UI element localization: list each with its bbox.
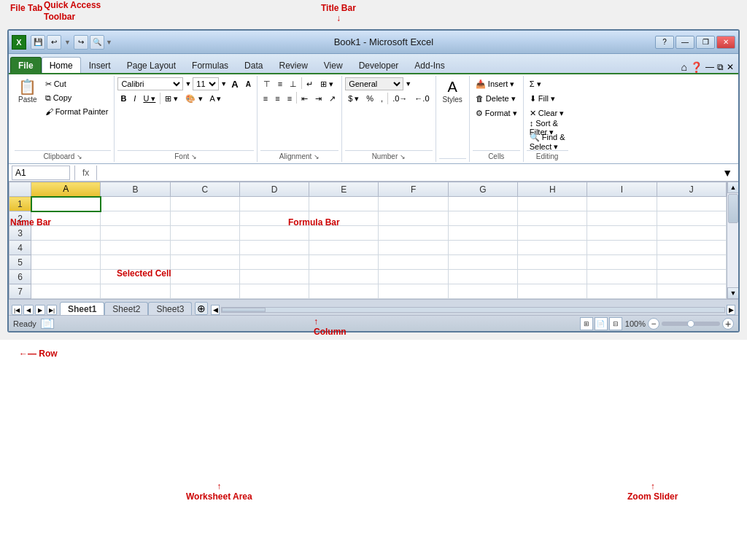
col-header-A[interactable]: A (31, 182, 101, 197)
cell-J6[interactable] (657, 270, 726, 284)
align-center-btn[interactable]: ≡ (272, 92, 282, 105)
format-cells-btn[interactable]: ⚙ Format ▾ (473, 106, 520, 120)
text-orient-btn[interactable]: ↗ (326, 92, 338, 105)
cell-J7[interactable] (657, 284, 726, 299)
align-top-btn[interactable]: ⊤ (260, 77, 274, 90)
sheet-last-btn[interactable]: ▶| (47, 305, 57, 315)
find-select-btn[interactable]: 🔍 Find &Select ▾ (527, 136, 568, 149)
cell-A6[interactable] (31, 270, 101, 284)
font-family-select[interactable]: Calibri (117, 77, 183, 90)
tab-insert[interactable]: Insert (81, 57, 119, 73)
new-sheet-btn[interactable]: ⊕ (195, 302, 208, 315)
underline-button[interactable]: U ▾ (140, 92, 158, 105)
merge-btn[interactable]: ⊞ ▾ (317, 77, 336, 90)
cell-I2[interactable] (587, 211, 657, 226)
border-button[interactable]: ⊞ ▾ (162, 92, 181, 105)
tab-developer[interactable]: Developer (351, 57, 407, 73)
cell-C6[interactable] (170, 270, 239, 284)
hscroll-left-btn[interactable]: ◀ (211, 305, 220, 315)
bold-button[interactable]: B (117, 92, 129, 105)
sheet-tab-sheet3[interactable]: Sheet3 (148, 302, 192, 315)
clear-btn[interactable]: ✕ Clear ▾ (527, 106, 567, 120)
cell-G6[interactable] (448, 270, 517, 284)
cell-J1[interactable] (657, 197, 726, 211)
cell-D1[interactable] (239, 197, 309, 211)
insert-cells-btn[interactable]: 📥 Insert ▾ (473, 77, 518, 90)
percent-btn[interactable]: % (363, 92, 376, 105)
styles-button[interactable]: A Styles (439, 77, 466, 106)
cell-A1[interactable] (31, 197, 101, 211)
sheet-tab-sheet1[interactable]: Sheet1 (60, 302, 104, 315)
cell-D2[interactable] (239, 211, 309, 226)
cell-F1[interactable] (379, 197, 448, 211)
cell-A4[interactable] (31, 241, 101, 255)
increase-indent-btn[interactable]: ⇥ (312, 92, 325, 105)
tab-formulas[interactable]: Formulas (184, 57, 236, 73)
cell-F2[interactable] (379, 211, 448, 226)
cell-C7[interactable] (170, 284, 239, 299)
scroll-thumb[interactable] (728, 194, 738, 223)
cell-J3[interactable] (657, 226, 726, 241)
cell-B4[interactable] (101, 241, 170, 255)
cell-E1[interactable] (309, 197, 379, 211)
save-quick-btn[interactable]: 💾 (31, 35, 45, 50)
tab-add-ins[interactable]: Add-Ins (406, 57, 452, 73)
cell-A3[interactable] (31, 226, 101, 241)
sheet-next-btn[interactable]: ▶ (35, 305, 45, 315)
cell-A5[interactable] (31, 255, 101, 270)
redo-quick-btn[interactable]: ↪ (74, 35, 88, 50)
fill-btn[interactable]: ⬇ Fill ▾ (527, 92, 558, 105)
share-icon[interactable]: ⧉ (717, 62, 724, 72)
minimize-ribbon-icon[interactable]: — (705, 62, 714, 72)
cell-J2[interactable] (657, 211, 726, 226)
col-header-G[interactable]: G (448, 182, 517, 197)
customize-quick-btn[interactable]: 🔍 (90, 35, 104, 50)
help-icon[interactable]: ⌂ (681, 61, 687, 73)
cell-F3[interactable] (379, 226, 448, 241)
align-middle-btn[interactable]: ≡ (275, 77, 285, 90)
cell-I7[interactable] (587, 284, 657, 299)
cell-D5[interactable] (239, 255, 309, 270)
tab-home[interactable]: Home (42, 57, 81, 73)
cell-H7[interactable] (518, 284, 587, 299)
cell-F4[interactable] (379, 241, 448, 255)
cell-D3[interactable] (239, 226, 309, 241)
hscroll-thumb[interactable] (222, 308, 266, 312)
close-btn[interactable]: ✕ (716, 36, 735, 49)
col-header-E[interactable]: E (309, 182, 379, 197)
number-format-select[interactable]: General (345, 77, 403, 90)
cell-G7[interactable] (448, 284, 517, 299)
sheet-prev-btn[interactable]: ◀ (23, 305, 34, 315)
comma-btn[interactable]: , (378, 92, 386, 105)
row-header-3[interactable]: 3 (9, 226, 31, 241)
cell-J4[interactable] (657, 241, 726, 255)
cell-B3[interactable] (101, 226, 170, 241)
cell-H1[interactable] (518, 197, 587, 211)
cell-C2[interactable] (170, 211, 239, 226)
align-right-btn[interactable]: ≡ (285, 92, 295, 105)
cell-G5[interactable] (448, 255, 517, 270)
cell-B2[interactable] (101, 211, 170, 226)
cell-B6[interactable] (101, 270, 170, 284)
cell-E7[interactable] (309, 284, 379, 299)
font-size-select[interactable]: 11 (193, 77, 219, 90)
sheet-first-btn[interactable]: |◀ (12, 305, 22, 315)
col-header-H[interactable]: H (518, 182, 587, 197)
increase-decimal-btn[interactable]: .0→ (390, 92, 410, 105)
cell-H5[interactable] (518, 255, 587, 270)
formula-input[interactable] (101, 166, 716, 180)
cell-E2[interactable] (309, 211, 379, 226)
scroll-up-btn[interactable]: ▲ (727, 182, 739, 193)
cell-D7[interactable] (239, 284, 309, 299)
cell-I3[interactable] (587, 226, 657, 241)
cell-C4[interactable] (170, 241, 239, 255)
cell-A7[interactable] (31, 284, 101, 299)
zoom-out-btn[interactable]: − (648, 318, 659, 330)
cell-G2[interactable] (448, 211, 517, 226)
tab-view[interactable]: View (316, 57, 351, 73)
cell-C3[interactable] (170, 226, 239, 241)
decrease-font-btn[interactable]: A (243, 77, 254, 90)
cut-button[interactable]: ✂ Cut (42, 77, 112, 90)
cell-E4[interactable] (309, 241, 379, 255)
cell-G4[interactable] (448, 241, 517, 255)
